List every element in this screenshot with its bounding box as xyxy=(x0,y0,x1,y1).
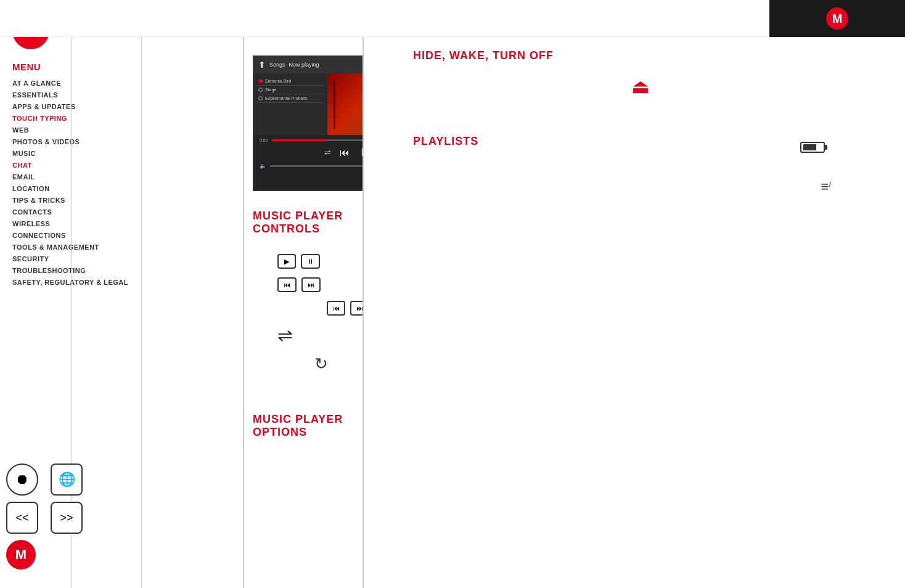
track-dot xyxy=(258,88,263,92)
volume-icon-low: 🔈 xyxy=(260,163,266,169)
controls-icons-area: ▶ ⏸ ⏮ ⏭ ⏮ ⏭ ⇌ ↻ xyxy=(253,248,362,401)
skip-row: ⏮ ⏭ xyxy=(277,277,362,292)
playlist-list-icon[interactable]: ≡ xyxy=(821,179,829,194)
battery-icon-wrapper xyxy=(800,142,825,153)
time-start: 0:00 xyxy=(260,138,268,142)
motorola-logo-header: M xyxy=(826,7,848,30)
progress-fill xyxy=(272,139,327,141)
nav-button-row-2: << >> xyxy=(6,502,136,534)
header-right-bar: M xyxy=(769,0,905,37)
shuffle-btn[interactable]: ⇌ xyxy=(324,148,331,157)
player-top-left: ⬆ Songs Now playing xyxy=(258,60,319,70)
nav-button-row-1: ⏺ 🌐 xyxy=(6,463,136,496)
hide-wake-section: HIDE, WAKE, TURN OFF ⏏ xyxy=(413,49,868,98)
shuffle-row: ⇌ xyxy=(277,324,362,346)
battery-icon xyxy=(800,142,825,153)
main-content: ⬆ Songs Now playing 🔍 ≡ Edmonia Bird Sta… xyxy=(142,0,362,588)
sidebar-bottom-nav: ⏺ 🌐 << >> M xyxy=(6,463,136,576)
rewind-icon-box[interactable]: ⏮ xyxy=(327,301,345,316)
track-item-3[interactable]: Experimental Problem xyxy=(257,94,324,103)
playlist-list-icon-wrapper: ≡/ xyxy=(821,179,831,195)
sleep-icon: ⏏ xyxy=(413,75,868,98)
battery-fill xyxy=(803,144,816,150)
hide-wake-title: HIDE, WAKE, TURN OFF xyxy=(413,49,868,62)
player-back-icon: ⬆ xyxy=(258,60,266,70)
prev-btn[interactable]: ⏮ xyxy=(340,147,350,158)
record-button[interactable]: ⏺ xyxy=(6,463,38,496)
shuffle-big-icon[interactable]: ⇌ xyxy=(277,324,293,346)
track-item-1[interactable]: Edmonia Bird xyxy=(257,77,324,86)
motorola-bottom-logo[interactable]: M xyxy=(6,540,36,570)
playlist-edit-icon[interactable]: / xyxy=(829,180,831,189)
player-track-list: Edmonia Bird Stage Experimental Problem xyxy=(253,73,327,135)
music-player-options-title: MUSIC PLAYER OPTIONS xyxy=(253,413,362,439)
main-vertical-divider xyxy=(243,0,244,588)
music-player-controls-title: MUSIC PLAYER CONTROLS xyxy=(253,210,362,235)
play-icon-box[interactable]: ▶ xyxy=(277,254,296,269)
repeat-big-icon[interactable]: ↻ xyxy=(314,354,328,374)
back-button[interactable]: << xyxy=(6,502,38,534)
track-dot-active xyxy=(258,79,263,83)
rw-ff-row: ⏮ ⏭ xyxy=(327,301,362,316)
globe-button[interactable]: 🌐 xyxy=(51,463,83,496)
right-panel: HIDE, WAKE, TURN OFF ⏏ PLAYLISTS ≡/ xyxy=(362,0,905,588)
forward-button[interactable]: >> xyxy=(51,502,83,534)
player-now-playing-label: Now playing xyxy=(289,62,319,68)
nav-button-row-3: M xyxy=(6,540,136,570)
track-item-2[interactable]: Stage xyxy=(257,86,324,94)
prev-icon-box[interactable]: ⏮ xyxy=(277,277,297,292)
repeat-row: ↻ xyxy=(314,354,362,374)
sidebar: M MENU AT A GLANCE ESSENTIALS APPS & UPD… xyxy=(0,0,142,588)
next-icon-box[interactable]: ⏭ xyxy=(301,277,321,292)
pause-icon-box[interactable]: ⏸ xyxy=(301,254,320,269)
player-songs-label: Songs xyxy=(269,62,285,68)
track-dot xyxy=(258,96,263,100)
top-header: M xyxy=(0,0,905,37)
play-pause-row: ▶ ⏸ xyxy=(277,254,362,269)
sleep-icon-area: ⏏ xyxy=(413,75,868,98)
